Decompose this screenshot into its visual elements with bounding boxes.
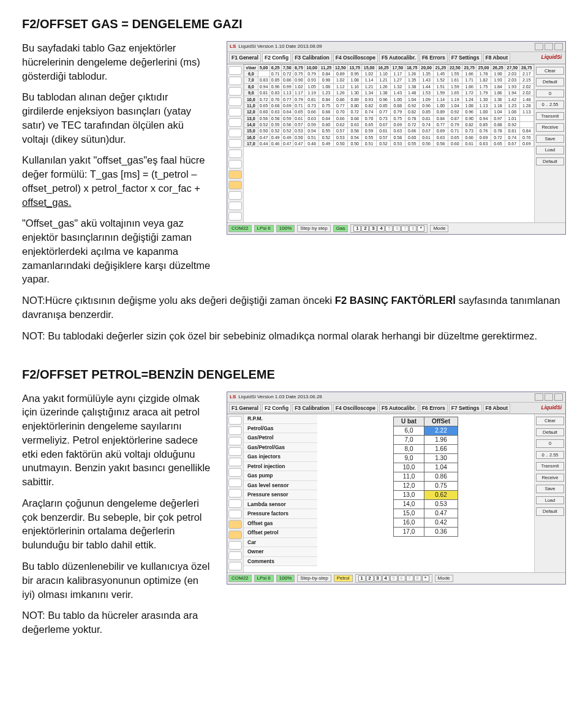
cell[interactable]: 1.04 xyxy=(424,463,458,472)
cell[interactable]: 0.65 xyxy=(491,141,505,147)
cell[interactable]: 1.86 xyxy=(491,90,505,96)
cell[interactable]: 0.62 xyxy=(333,121,347,127)
cell[interactable]: 0.75 xyxy=(293,70,304,77)
cell[interactable]: 0.52 xyxy=(376,141,390,147)
receive-button[interactable]: Receive xyxy=(536,474,564,482)
cell[interactable]: 0.66 xyxy=(304,109,318,115)
cell[interactable]: 0.70 xyxy=(362,115,376,121)
cell[interactable]: 0.69 xyxy=(434,128,448,134)
cell[interactable]: 0.57 xyxy=(293,121,304,127)
cell[interactable]: 1.12 xyxy=(333,83,347,89)
channel-3[interactable]: 3 xyxy=(369,225,377,232)
cell[interactable]: 0.73 xyxy=(376,115,390,121)
cell[interactable]: 0.65 xyxy=(448,134,462,140)
cell[interactable]: 0.53 xyxy=(293,128,304,134)
tab-f3[interactable]: F3 Calibration xyxy=(292,53,332,62)
default-button[interactable]: Default xyxy=(536,428,564,437)
channel-numbers[interactable]: 12345678* xyxy=(350,224,428,233)
cell[interactable]: 0.55 xyxy=(362,134,376,140)
cell[interactable]: 1.96 xyxy=(424,436,458,445)
load-button[interactable]: Load xyxy=(536,146,564,154)
cell[interactable]: 1.66 xyxy=(462,83,477,89)
cell[interactable]: 1.08 xyxy=(319,83,333,89)
cell[interactable]: 0.50 xyxy=(348,141,362,147)
channel-2[interactable]: 2 xyxy=(361,225,369,232)
menu-lambda-sensor[interactable]: Lambda sensor xyxy=(244,500,317,510)
cell[interactable]: 0.52 xyxy=(270,128,281,134)
menu-pressure-factors[interactable]: Pressure factors xyxy=(244,509,317,519)
status-step[interactable]: Step by step xyxy=(297,225,330,232)
cell[interactable]: 0.88 xyxy=(491,121,505,127)
cell[interactable]: 0.83 xyxy=(270,90,281,96)
cell[interactable]: 0.69 xyxy=(391,121,405,127)
cell[interactable]: 1.04 xyxy=(448,102,462,108)
channel-1[interactable]: 1 xyxy=(358,575,366,581)
channel-7[interactable]: 7 xyxy=(406,575,413,581)
cell[interactable]: 0.68 xyxy=(348,115,362,121)
tab-f5[interactable]: F5 Autocalibr. xyxy=(379,404,418,413)
cell[interactable]: 11,0 xyxy=(394,472,424,482)
cell[interactable]: 0.75 xyxy=(391,115,405,121)
cell[interactable]: 0.76 xyxy=(519,134,534,140)
channel-4[interactable]: 4 xyxy=(382,575,390,581)
cell[interactable]: 1.43 xyxy=(391,90,405,96)
cell[interactable]: 0.47 xyxy=(281,141,293,147)
cell[interactable]: 1.32 xyxy=(391,83,405,89)
cell[interactable]: 0.92 xyxy=(405,102,419,108)
cell[interactable]: 0.86 xyxy=(424,472,458,482)
cell[interactable]: 1.19 xyxy=(448,96,462,102)
0-2-55-button[interactable]: 0 .. 2.55 xyxy=(536,451,564,460)
cell[interactable]: 1.24 xyxy=(462,96,477,102)
config-menu[interactable]: R.P.M.Petrol/GasGas/PetrolGas/Petrol/Gas… xyxy=(244,414,317,572)
cell[interactable]: 0.85 xyxy=(270,77,281,83)
cell[interactable]: 1.02 xyxy=(362,70,376,77)
menu-pressure-sensor[interactable]: Pressure sensor xyxy=(244,490,317,500)
cell[interactable]: 1.66 xyxy=(424,445,458,454)
cell[interactable]: 0.88 xyxy=(391,102,405,108)
cell[interactable]: 0.72 xyxy=(348,109,362,115)
cell[interactable]: 0.81 xyxy=(505,128,519,134)
cell[interactable]: 14,0 xyxy=(394,500,424,509)
tab-f4[interactable]: F4 Oscilloscope xyxy=(333,53,378,62)
channel-numbers[interactable]: 12345678* xyxy=(355,574,432,583)
cell[interactable]: 0.67 xyxy=(505,141,519,147)
cell[interactable]: 0.62 xyxy=(424,491,458,500)
cell[interactable]: 2.15 xyxy=(519,77,534,83)
cell[interactable]: 0.81 xyxy=(258,90,270,96)
cell[interactable]: 1.55 xyxy=(448,70,462,77)
default-button[interactable]: Default xyxy=(536,157,564,166)
cell[interactable]: 1.34 xyxy=(362,90,376,96)
cell[interactable]: 0.75 xyxy=(424,482,458,491)
cell[interactable]: 0.94 xyxy=(477,115,491,121)
cell[interactable]: 0.96 xyxy=(376,96,390,102)
cell[interactable]: 0.96 xyxy=(419,102,433,108)
menu-gas-level-sensor[interactable]: Gas level sensor xyxy=(244,481,317,491)
default-button[interactable]: Default xyxy=(536,507,564,516)
cell[interactable]: 1.65 xyxy=(448,90,462,96)
cell[interactable]: 1.26 xyxy=(376,83,390,89)
cell[interactable]: 0.63 xyxy=(270,109,281,115)
cell[interactable]: 0.82 xyxy=(362,102,376,108)
cell[interactable]: 0.42 xyxy=(424,518,458,528)
mode-button[interactable]: Mode xyxy=(430,225,448,232)
cell[interactable]: 0.74 xyxy=(419,121,433,127)
cell[interactable]: 1.26 xyxy=(333,90,347,96)
cell[interactable]: 0.96 xyxy=(270,83,281,89)
cell[interactable]: 1.48 xyxy=(405,90,419,96)
cell[interactable]: 0.58 xyxy=(391,134,405,140)
cell[interactable]: 0.49 xyxy=(270,134,281,140)
status-fuel[interactable]: Gas xyxy=(333,225,349,232)
cell[interactable]: 0.84 xyxy=(519,128,534,134)
cell[interactable]: 0.64 xyxy=(319,115,333,121)
channel-6[interactable]: 6 xyxy=(398,575,405,581)
cell[interactable]: 1.13 xyxy=(477,102,491,108)
cell[interactable]: 0.53 xyxy=(391,141,405,147)
cell[interactable]: 7,0 xyxy=(394,436,424,445)
cell[interactable]: 10,0 xyxy=(394,463,424,472)
channel-*[interactable]: * xyxy=(417,225,424,232)
menu-gas-petrol-gas[interactable]: Gas/Petrol/Gas xyxy=(244,443,317,453)
cell[interactable]: 1.93 xyxy=(491,77,505,83)
receive-button[interactable]: Receive xyxy=(536,123,564,132)
cell[interactable]: 0.69 xyxy=(477,134,491,140)
channel-8[interactable]: 8 xyxy=(414,575,421,581)
